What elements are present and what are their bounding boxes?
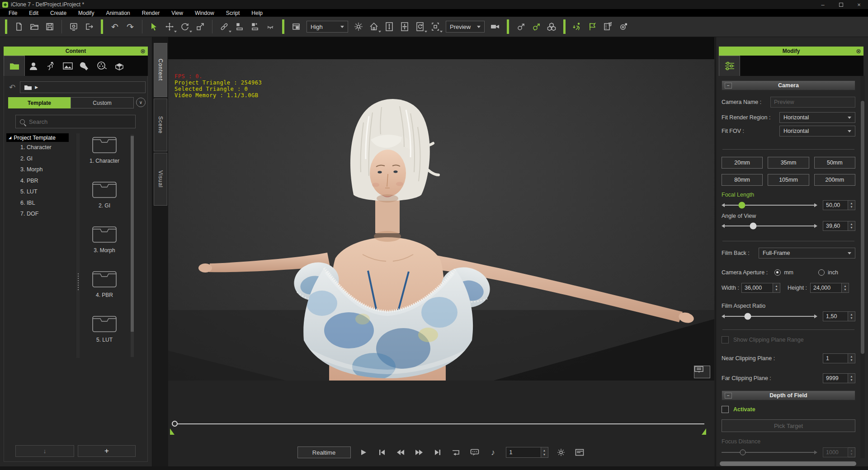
aperture-mm-label[interactable]: mm xyxy=(784,269,793,276)
menu-window[interactable]: Window xyxy=(189,10,220,16)
camera-section-header[interactable]: − Camera xyxy=(722,80,855,90)
layout-button[interactable] xyxy=(288,19,304,35)
preset-50mm-button[interactable]: 50mm xyxy=(814,157,855,169)
film-back-select[interactable]: Full-Frame xyxy=(759,248,855,258)
redo-button[interactable]: ↷ xyxy=(123,19,138,35)
aperture-mm-radio[interactable] xyxy=(774,269,781,276)
tree-item-lut[interactable]: 5. LUT xyxy=(6,186,75,197)
menu-view[interactable]: View xyxy=(165,10,189,16)
link-button[interactable] xyxy=(217,19,232,35)
camera-select[interactable]: Preview xyxy=(446,21,485,33)
play-button[interactable] xyxy=(358,446,369,458)
tree-item-character[interactable]: 1. Character xyxy=(6,142,75,153)
tab-props[interactable] xyxy=(111,56,128,76)
lighting-button[interactable] xyxy=(351,19,366,35)
timeline-range-end-marker[interactable] xyxy=(702,428,706,435)
folder-thumb-character[interactable]: 1. Character xyxy=(80,135,128,179)
angle-of-view-input[interactable] xyxy=(823,221,848,231)
tree-item-morph[interactable]: 3. Morph xyxy=(6,164,75,175)
tab-media[interactable] xyxy=(94,56,111,76)
move-down-button[interactable]: ↓ xyxy=(15,445,74,457)
rotate-tool-button[interactable] xyxy=(177,19,193,35)
tab-modify-settings[interactable] xyxy=(719,56,740,76)
tree-item-ibl[interactable]: 6. IBL xyxy=(6,197,75,209)
new-project-button[interactable] xyxy=(11,19,27,35)
angle-of-view-slider[interactable] xyxy=(722,221,817,231)
tree-root-project-template[interactable]: ◢ Project Template xyxy=(6,133,69,142)
close-button[interactable]: × xyxy=(850,0,868,9)
render-view[interactable]: FPS : 0. Project Triangle : 254963 Selec… xyxy=(168,59,714,381)
tree-item-dof[interactable]: 7. DOF xyxy=(6,208,75,220)
open-project-button[interactable] xyxy=(27,19,42,35)
side-tab-visual[interactable]: Visual xyxy=(154,153,167,206)
folder-thumb-gi[interactable]: 2. GI xyxy=(80,179,128,224)
scrollbar-thumb[interactable] xyxy=(861,101,864,354)
attach-button[interactable] xyxy=(247,19,263,35)
primitives-button[interactable] xyxy=(544,19,559,35)
menu-script[interactable]: Script xyxy=(220,10,246,16)
maximize-button[interactable] xyxy=(832,0,850,9)
menu-edit[interactable]: Edit xyxy=(23,10,44,16)
timeline-range-start-marker[interactable] xyxy=(170,428,175,435)
tree-item-pbr[interactable]: 4. PBR xyxy=(6,175,75,187)
zoom-view-button[interactable] xyxy=(382,19,397,35)
scrollbar-thumb[interactable] xyxy=(131,136,134,332)
far-clipping-spinner[interactable]: ▲▼ xyxy=(848,373,855,383)
collapse-minus-icon[interactable]: − xyxy=(725,83,732,89)
pivot-button[interactable] xyxy=(513,19,528,35)
timeline-button[interactable] xyxy=(574,446,585,458)
collapse-minus-icon[interactable]: − xyxy=(725,393,732,399)
preset-105mm-button[interactable]: 105mm xyxy=(768,174,809,186)
menu-render[interactable]: Render xyxy=(136,10,165,16)
back-icon[interactable]: ↶ xyxy=(9,83,15,92)
scale-tool-button[interactable] xyxy=(193,19,208,35)
tab-template[interactable]: Template xyxy=(8,97,71,108)
aperture-inch-label[interactable]: inch xyxy=(828,269,838,276)
first-frame-button[interactable] xyxy=(376,446,388,458)
content-panel-header[interactable]: Content ⊗ xyxy=(4,47,148,56)
tree-splitter[interactable] xyxy=(77,133,79,358)
preset-200mm-button[interactable]: 200mm xyxy=(814,174,855,186)
timeline-track[interactable] xyxy=(175,423,704,424)
menu-create[interactable]: Create xyxy=(44,10,72,16)
modify-panel-header[interactable]: Modify ⊗ xyxy=(719,47,863,56)
menu-file[interactable]: File xyxy=(3,10,23,16)
tab-custom[interactable]: Custom xyxy=(71,97,134,108)
edit-key-button[interactable] xyxy=(616,19,631,35)
subtitle-button[interactable] xyxy=(469,446,481,458)
side-tab-scene[interactable]: Scene xyxy=(154,99,167,151)
motion-button[interactable] xyxy=(570,19,585,35)
export-button[interactable] xyxy=(81,19,97,35)
film-aspect-spinner[interactable]: ▲▼ xyxy=(848,311,855,321)
folder-thumb-pbr[interactable]: 4. PBR xyxy=(80,269,128,314)
timeline-playhead[interactable] xyxy=(172,421,178,427)
save-project-button[interactable] xyxy=(42,19,57,35)
tab-light[interactable] xyxy=(76,56,94,76)
quality-select[interactable]: High xyxy=(307,21,348,33)
preset-80mm-button[interactable]: 80mm xyxy=(722,174,763,186)
previous-frame-button[interactable] xyxy=(395,446,406,458)
add-folder-button[interactable]: + xyxy=(78,445,136,457)
fit-render-region-select[interactable]: Horizontal xyxy=(779,112,855,123)
minimize-button[interactable]: – xyxy=(814,0,832,9)
flag-button[interactable] xyxy=(585,19,600,35)
render-settings-button[interactable] xyxy=(555,446,567,458)
tab-avatar[interactable] xyxy=(25,56,42,76)
frame-view-button[interactable] xyxy=(428,19,443,35)
film-aspect-slider[interactable] xyxy=(722,311,817,321)
audio-button[interactable]: ♪ xyxy=(487,446,499,458)
motion-list-button[interactable] xyxy=(600,19,616,35)
folder-thumb-morph[interactable]: 3. Morph xyxy=(80,224,128,269)
film-aspect-input[interactable] xyxy=(823,311,848,321)
camcorder-button[interactable] xyxy=(487,19,503,35)
tree-item-gi[interactable]: 2. GI xyxy=(6,153,75,164)
far-clipping-input[interactable] xyxy=(823,373,848,383)
width-input[interactable] xyxy=(741,283,773,293)
height-spinner[interactable]: ▲▼ xyxy=(842,283,849,293)
loop-button[interactable] xyxy=(450,446,462,458)
menu-help[interactable]: Help xyxy=(245,10,269,16)
angle-of-view-slider-thumb[interactable] xyxy=(750,223,757,230)
modify-close-icon[interactable]: ⊗ xyxy=(856,47,861,55)
frame-number-input[interactable] xyxy=(506,447,541,458)
aperture-inch-radio[interactable] xyxy=(818,269,825,276)
